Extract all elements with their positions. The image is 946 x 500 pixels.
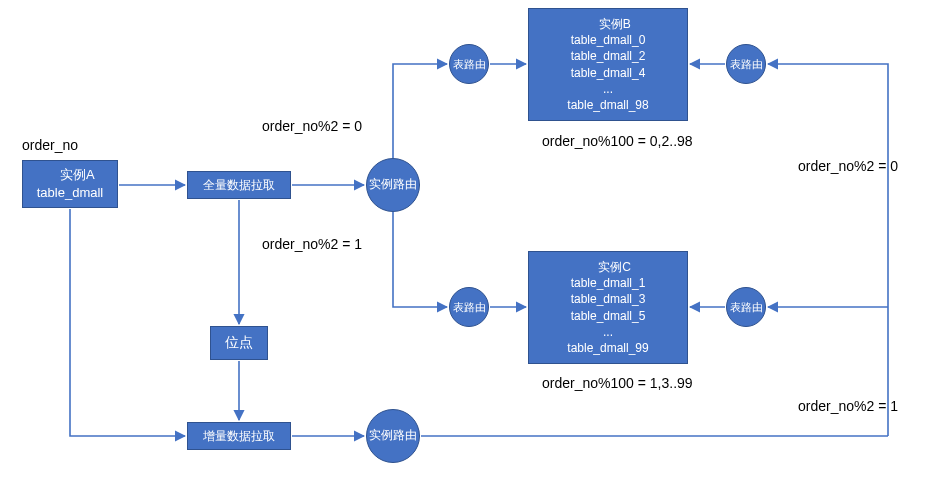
node-table-router-c-right: 表路由 [726,287,766,327]
instance-a-table: table_dmall [37,185,104,200]
instance-b-t3: ... [603,82,613,96]
instance-b-t4: table_dmall_98 [567,98,648,112]
full-fetch-label: 全量数据拉取 [203,177,275,194]
instance-c-t1: table_dmall_3 [571,292,646,306]
label-mod-even: order_no%100 = 0,2..98 [542,133,693,149]
node-instance-router-top: 实例路由 [366,158,420,212]
table-router-c-right-label: 表路由 [730,301,763,313]
label-cond-odd-right: order_no%2 = 1 [798,398,898,414]
node-instance-c: 实例C table_dmall_1 table_dmall_3 table_dm… [528,251,688,364]
instance-c-t2: table_dmall_5 [571,309,646,323]
inc-fetch-label: 增量数据拉取 [203,428,275,445]
node-table-router-b-left: 表路由 [449,44,489,84]
label-mod-odd: order_no%100 = 1,3..99 [542,375,693,391]
instance-c-t3: ... [603,325,613,339]
table-router-b-left-label: 表路由 [453,58,486,70]
node-instance-a: 实例A table_dmall [22,160,118,208]
node-full-fetch: 全量数据拉取 [187,171,291,199]
node-instance-b: 实例B table_dmall_0 table_dmall_2 table_dm… [528,8,688,121]
instance-c-t4: table_dmall_99 [567,341,648,355]
label-cond-even-right: order_no%2 = 0 [798,158,898,174]
instance-b-title: 实例B [599,17,631,31]
instance-b-t0: table_dmall_0 [571,33,646,47]
instance-b-t1: table_dmall_2 [571,49,646,63]
label-cond-even-top: order_no%2 = 0 [262,118,362,134]
checkpoint-label: 位点 [225,334,253,352]
node-table-router-c-left: 表路由 [449,287,489,327]
node-inc-fetch: 增量数据拉取 [187,422,291,450]
node-table-router-b-right: 表路由 [726,44,766,84]
label-cond-odd-top: order_no%2 = 1 [262,236,362,252]
instance-router-top-label: 实例路由 [369,178,417,191]
node-instance-router-bottom: 实例路由 [366,409,420,463]
table-router-c-left-label: 表路由 [453,301,486,313]
instance-a-title: 实例A [60,167,95,182]
instance-router-bottom-label: 实例路由 [369,429,417,442]
node-checkpoint: 位点 [210,326,268,360]
label-shard-key: order_no [22,137,78,153]
instance-b-t2: table_dmall_4 [571,66,646,80]
instance-c-title: 实例C [598,260,631,274]
table-router-b-right-label: 表路由 [730,58,763,70]
instance-c-t0: table_dmall_1 [571,276,646,290]
